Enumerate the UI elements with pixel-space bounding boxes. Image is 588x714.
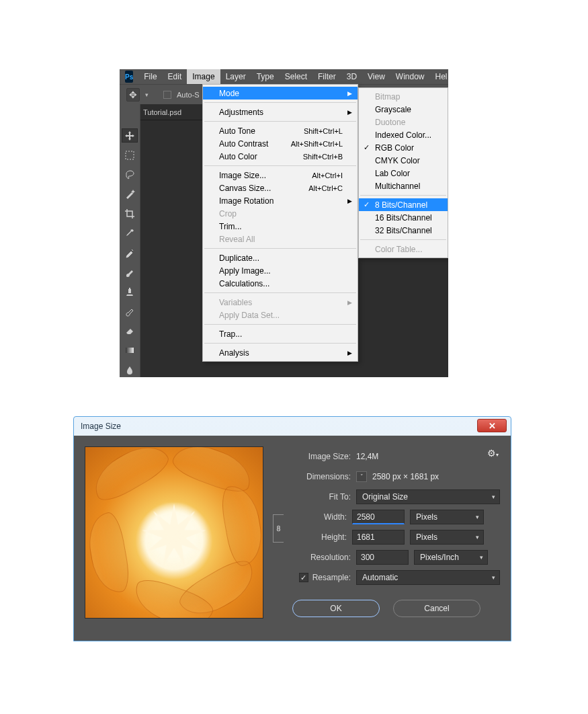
eraser-tool-icon[interactable]	[122, 324, 138, 338]
separator	[204, 292, 356, 293]
resample-method-select[interactable]: Automatic▾	[356, 570, 500, 585]
menu-item-adjustments[interactable]: Adjustments▶	[203, 106, 358, 118]
menu-item-trap[interactable]: Trap...	[203, 327, 358, 340]
crop-tool-icon[interactable]	[122, 206, 138, 221]
menu-item-8bits[interactable]: ✓8 Bits/Channel	[359, 198, 448, 211]
menu-item-variables: Variables▶	[203, 296, 358, 309]
healing-brush-tool-icon[interactable]	[122, 246, 138, 260]
marquee-tool-icon[interactable]	[122, 148, 138, 162]
move-tool-icon[interactable]	[122, 128, 138, 143]
menu-layer[interactable]: Layer	[220, 69, 251, 84]
width-unit-select[interactable]: Pixels▾	[410, 510, 484, 524]
submenu-arrow-icon: ▶	[347, 299, 352, 306]
separator	[204, 248, 356, 249]
menu-item-grayscale[interactable]: Grayscale	[359, 103, 448, 116]
menu-image[interactable]: Image	[187, 69, 220, 84]
fit-to-select[interactable]: Original Size▾	[356, 489, 500, 504]
fit-to-label: Fit To:	[273, 492, 351, 502]
window-close-button[interactable]: ✕	[477, 419, 507, 432]
image-preview[interactable]	[85, 446, 263, 619]
menu-item-trim[interactable]: Trim...	[203, 220, 358, 233]
menu-item-crop: Crop	[203, 207, 358, 220]
image-menu-dropdown: Mode▶ Adjustments▶ Auto ToneShift+Ctrl+L…	[202, 84, 358, 362]
chevron-down-icon: ▾	[476, 514, 479, 520]
check-icon: ✓	[364, 200, 370, 209]
menu-item-multichannel[interactable]: Multichannel	[359, 180, 448, 192]
height-input[interactable]	[352, 530, 405, 545]
move-tool-icon[interactable]: ✥	[126, 88, 140, 102]
width-input[interactable]	[352, 510, 405, 524]
menu-select[interactable]: Select	[280, 69, 312, 84]
menu-item-reveal-all: Reveal All	[203, 233, 358, 245]
clone-stamp-tool-icon[interactable]	[122, 285, 138, 299]
menu-item-color-table: Color Table...	[359, 243, 448, 255]
photoshop-logo-icon: Ps	[125, 71, 133, 83]
separator	[360, 195, 446, 196]
width-label: Width:	[285, 512, 347, 522]
check-icon: ✓	[364, 143, 370, 152]
menu-file[interactable]: File	[138, 69, 162, 84]
window-titlebar[interactable]: Image Size ✕	[74, 417, 511, 436]
menu-window[interactable]: Window	[390, 69, 430, 84]
submenu-arrow-icon: ▶	[347, 198, 352, 204]
resolution-input[interactable]	[356, 550, 409, 565]
ok-button[interactable]: OK	[292, 600, 380, 617]
photoshop-window: Ps File Edit Image Layer Type Select Fil…	[120, 69, 448, 377]
separator	[204, 165, 356, 166]
menu-item-32bits[interactable]: 32 Bits/Channel	[359, 224, 448, 237]
menu-item-mode[interactable]: Mode▶	[203, 87, 358, 100]
menu-item-rgb-color[interactable]: ✓RGB Color	[359, 141, 448, 154]
menu-item-auto-tone[interactable]: Auto ToneShift+Ctrl+L	[203, 124, 358, 137]
dimensions-unit-toggle[interactable]: ˅	[356, 471, 367, 482]
menu-item-duplicate[interactable]: Duplicate...	[203, 251, 358, 264]
menu-item-image-size[interactable]: Image Size...Alt+Ctrl+I	[203, 169, 358, 182]
menu-item-calculations[interactable]: Calculations...	[203, 277, 358, 290]
dimensions-value: 2580 px × 1681 px	[372, 472, 439, 481]
menu-type[interactable]: Type	[251, 69, 280, 84]
brush-tool-icon[interactable]	[122, 266, 138, 280]
menu-item-canvas-size[interactable]: Canvas Size...Alt+Ctrl+C	[203, 182, 358, 194]
cancel-button[interactable]: Cancel	[393, 600, 480, 617]
gradient-tool-icon[interactable]	[122, 344, 138, 358]
auto-select-checkbox[interactable]	[163, 91, 171, 99]
menu-item-auto-contrast[interactable]: Auto ContrastAlt+Shift+Ctrl+L	[203, 137, 358, 150]
document-tab[interactable]: Tutorial.psd	[143, 108, 181, 116]
history-brush-tool-icon[interactable]	[122, 305, 138, 319]
chevron-down-icon: ▾	[492, 493, 495, 500]
chevron-down-icon[interactable]: ▾	[145, 91, 149, 98]
resolution-label: Resolution:	[273, 553, 351, 562]
menu-item-lab-color[interactable]: Lab Color	[359, 167, 448, 180]
menu-help[interactable]: Hel	[430, 69, 448, 84]
menu-edit[interactable]: Edit	[163, 69, 187, 84]
height-unit-select[interactable]: Pixels▾	[410, 530, 484, 545]
chevron-down-icon: ▾	[492, 574, 495, 581]
resample-label: Resample:	[312, 573, 351, 582]
menu-3d[interactable]: 3D	[341, 69, 362, 84]
chevron-down-icon: ▾	[480, 554, 483, 561]
menu-item-apply-image[interactable]: Apply Image...	[203, 264, 358, 277]
menu-item-16bits[interactable]: 16 Bits/Channel	[359, 211, 448, 224]
separator	[360, 239, 446, 240]
separator	[204, 102, 356, 103]
settings-gear-icon[interactable]: ⚙︎▾	[487, 448, 499, 459]
svg-rect-0	[126, 151, 134, 159]
menu-item-auto-color[interactable]: Auto ColorShift+Ctrl+B	[203, 150, 358, 163]
dialog-body: ⚙︎▾ Image Size: 12,4M Dimensions: ˅ 2580…	[74, 436, 511, 641]
blur-tool-icon[interactable]	[122, 363, 138, 377]
menu-item-cmyk-color[interactable]: CMYK Color	[359, 154, 448, 167]
eyedropper-tool-icon[interactable]	[122, 226, 138, 240]
magic-wand-tool-icon[interactable]	[122, 187, 138, 201]
height-label: Height:	[285, 532, 347, 542]
resolution-unit-select[interactable]: Pixels/Inch▾	[414, 550, 488, 565]
lasso-tool-icon[interactable]	[122, 167, 138, 182]
resample-checkbox[interactable]: ✓	[299, 573, 308, 582]
image-size-label: Image Size:	[273, 452, 351, 461]
menu-view[interactable]: View	[362, 69, 390, 84]
image-size-form: ⚙︎▾ Image Size: 12,4M Dimensions: ˅ 2580…	[273, 446, 500, 630]
menu-item-indexed-color[interactable]: Indexed Color...	[359, 128, 448, 141]
menu-filter[interactable]: Filter	[312, 69, 341, 84]
menu-item-image-rotation[interactable]: Image Rotation▶	[203, 194, 358, 207]
menu-item-analysis[interactable]: Analysis▶	[203, 346, 358, 359]
svg-rect-1	[126, 348, 134, 353]
constrain-proportions-toggle[interactable]: 𝟠	[273, 514, 284, 543]
